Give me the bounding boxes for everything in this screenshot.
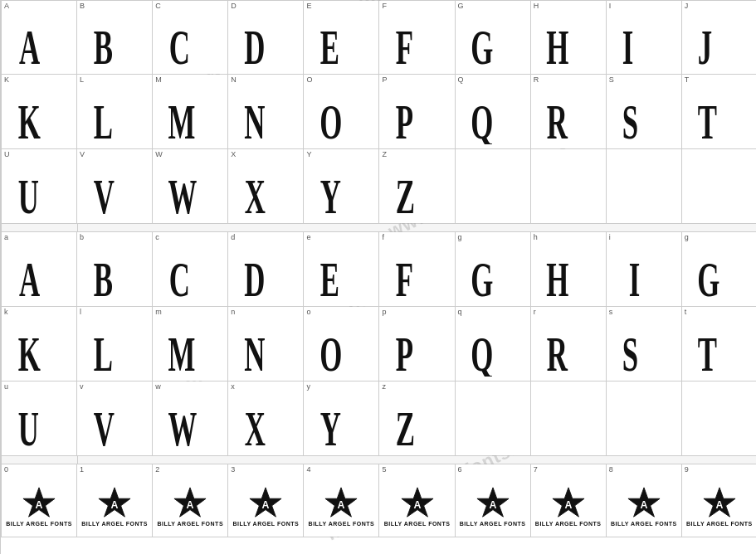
cell-b: b B [77, 232, 153, 306]
cell-E: E E [304, 1, 379, 74]
svg-text:L: L [93, 94, 112, 144]
cell-empty-4 [682, 149, 756, 223]
cell-V: V V [77, 149, 153, 223]
cell-s: s S [607, 307, 682, 381]
svg-text:E: E [320, 19, 339, 70]
cell-m: m M [153, 307, 228, 381]
svg-text:B: B [93, 19, 112, 70]
cell-label-B: B [77, 1, 87, 12]
cell-empty-3 [607, 149, 682, 223]
cell-J: J J [682, 1, 756, 74]
lowercase-row-1: a A b B c C d D [2, 232, 756, 307]
cell-t: t T [682, 307, 756, 381]
svg-text:M: M [168, 94, 195, 144]
logo-0: A BILLY ARGEL FONTS [2, 475, 76, 537]
glyph-G: G [456, 12, 530, 74]
cell-lc-empty-3 [607, 381, 682, 455]
cell-G: G G [456, 1, 531, 74]
cell-6: 6 A BILLY ARGEL FONTS [456, 464, 531, 537]
svg-text:S: S [622, 326, 638, 377]
cell-lc-empty-2 [531, 381, 607, 455]
svg-text:A: A [564, 498, 572, 510]
cell-l: l L [77, 307, 153, 381]
cell-8: 8 A BILLY ARGEL FONTS [607, 464, 682, 537]
cell-label-A: A [2, 1, 12, 12]
cell-1: 1 A BILLY ARGEL FONTS [77, 464, 153, 537]
lowercase-row-3: u U v V w W x X [2, 381, 756, 456]
svg-text:S: S [622, 94, 638, 144]
svg-text:Y: Y [320, 401, 341, 451]
cell-A: A A [2, 1, 77, 74]
cell-0: 0 A BILLY ARGEL FONTS [2, 464, 77, 537]
cell-w: w W [153, 381, 228, 455]
cell-label-C: C [153, 1, 163, 12]
svg-text:T: T [698, 94, 717, 144]
cell-o: o O [304, 307, 379, 381]
cell-4: 4 A BILLY ARGEL FONTS [304, 464, 379, 537]
cell-lc-empty-4 [682, 381, 756, 455]
glyph-E: E [304, 12, 378, 74]
cell-I: I I [607, 1, 682, 74]
svg-text:G: G [698, 251, 720, 302]
svg-text:W: W [168, 401, 197, 451]
cell-lc-empty-1 [456, 381, 531, 455]
glyph-A: A [2, 12, 76, 74]
svg-text:R: R [547, 94, 568, 144]
cell-H: H H [531, 1, 607, 74]
cell-g: g G [456, 232, 531, 306]
lowercase-row-2: k K l L m M n N [2, 307, 756, 381]
svg-text:V: V [93, 168, 114, 219]
glyph-I: I [607, 12, 681, 74]
cell-q: q Q [456, 307, 531, 381]
svg-text:A: A [36, 498, 43, 510]
glyph-C: C [153, 12, 227, 74]
cell-h: h H [531, 232, 607, 306]
svg-text:Y: Y [320, 168, 341, 219]
cell-D: D D [228, 1, 304, 74]
svg-text:W: W [168, 168, 197, 219]
cell-empty-2 [531, 149, 607, 223]
cell-S: S S [607, 75, 682, 148]
svg-text:Z: Z [396, 401, 415, 451]
cell-label-I: I [607, 1, 614, 12]
cell-z: z Z [379, 381, 455, 455]
cell-R: R R [531, 75, 607, 148]
svg-text:X: X [245, 401, 266, 451]
cell-2: 2 A BILLY ARGEL FONTS [153, 464, 228, 537]
cell-B: B B [77, 1, 153, 74]
cell-F: F F [379, 1, 455, 74]
glyph-grid: A A B B C C D [1, 0, 756, 537]
svg-text:H: H [546, 19, 568, 70]
svg-text:F: F [396, 19, 413, 70]
section-gap-2 [2, 456, 756, 464]
glyph-B: B [77, 12, 152, 74]
cell-W: W W [153, 149, 228, 223]
cell-d: d D [228, 232, 304, 306]
svg-text:K: K [17, 94, 40, 144]
svg-text:B: B [93, 251, 112, 302]
cell-Q: Q Q [456, 75, 531, 148]
svg-text:E: E [320, 251, 339, 302]
glyph-H: H [531, 12, 606, 74]
svg-text:H: H [546, 251, 568, 302]
svg-text:A: A [715, 498, 723, 510]
cell-Z: Z Z [379, 149, 455, 223]
cell-c: c C [153, 232, 228, 306]
cell-L: L L [77, 75, 153, 148]
svg-text:G: G [471, 251, 493, 302]
svg-text:N: N [244, 326, 265, 377]
font-preview-container: from www.novelfonts.com from www.novelfo… [0, 0, 756, 554]
cell-e: e E [304, 232, 379, 306]
svg-text:A: A [413, 498, 421, 510]
cell-f: f F [379, 232, 455, 306]
cell-label-J: J [682, 1, 691, 12]
svg-text:U: U [17, 168, 38, 219]
svg-text:C: C [168, 19, 189, 70]
cell-i: i I [607, 232, 682, 306]
svg-text:Z: Z [396, 168, 415, 219]
svg-text:X: X [245, 168, 266, 219]
svg-text:A: A [338, 498, 345, 510]
logo-text-0: BILLY ARGEL FONTS [6, 521, 72, 527]
glyph-F: F [379, 12, 454, 74]
cell-O: O O [304, 75, 379, 148]
